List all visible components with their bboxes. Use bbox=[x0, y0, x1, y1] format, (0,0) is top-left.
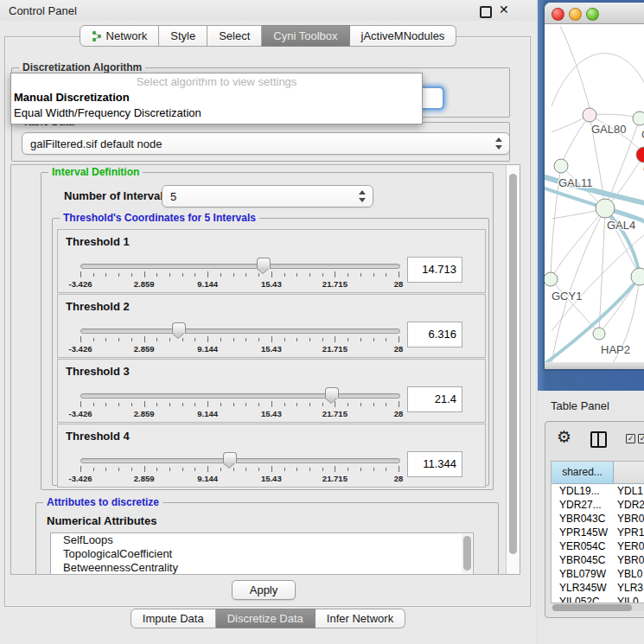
table-row[interactable]: YBR045CYBR0 bbox=[552, 553, 644, 567]
cell-shared-name[interactable]: YBR043C bbox=[552, 512, 613, 526]
split-columns-icon[interactable] bbox=[590, 431, 607, 448]
tab-discretize-data[interactable]: Discretize Data bbox=[216, 609, 316, 628]
option-manual-discretization[interactable]: Manual Discretization bbox=[14, 91, 130, 104]
interval-definition-group: Interval Definition Number of Intervals … bbox=[41, 172, 494, 490]
tab-style[interactable]: Style bbox=[159, 25, 207, 47]
threshold-value-field[interactable]: 14.713 bbox=[407, 257, 462, 283]
cell-shared-name[interactable]: YLR345W bbox=[552, 581, 613, 595]
list-scrollbar[interactable] bbox=[462, 534, 472, 573]
table-data-combobox[interactable]: galFiltered.sif default node bbox=[22, 132, 510, 155]
network-node-H[interactable] bbox=[631, 268, 644, 285]
table-row[interactable]: YER054CYER0 bbox=[552, 539, 644, 553]
table-row[interactable]: YDR27...YDR2 bbox=[552, 498, 644, 512]
cell-shared-name[interactable]: YBL079W bbox=[552, 567, 613, 581]
tab-impute-data[interactable]: Impute Data bbox=[131, 609, 216, 628]
table-row[interactable]: YLR345WYLR3 bbox=[552, 581, 644, 595]
attribute-list-item[interactable]: BetweennessCentrality bbox=[51, 561, 473, 575]
tab-cyni-toolbox[interactable]: Cyni Toolbox bbox=[262, 25, 349, 47]
network-graph: GAL80GACGAL11GAL4GCY1HHAP2 bbox=[545, 24, 644, 362]
threshold-label: Threshold 4 bbox=[66, 430, 130, 443]
number-of-intervals-combobox[interactable]: 5 bbox=[162, 185, 373, 207]
network-canvas[interactable]: GAL80GACGAL11GAL4GCY1HHAP2 bbox=[545, 24, 644, 362]
cell-shared-name[interactable]: YBR045C bbox=[552, 553, 613, 567]
network-node-C[interactable] bbox=[636, 147, 644, 163]
tab-jactivemnodules[interactable]: jActiveMNodules bbox=[350, 25, 457, 47]
attribute-list-item[interactable]: TopologicalCoefficient bbox=[51, 547, 473, 561]
close-icon[interactable]: ✕ bbox=[499, 3, 509, 16]
cell-name[interactable]: YLR3 bbox=[613, 581, 644, 595]
cell-shared-name[interactable]: YER054C bbox=[552, 539, 613, 553]
checkbox-icon[interactable]: ✓ bbox=[626, 434, 635, 443]
tab-select[interactable]: Select bbox=[207, 25, 262, 47]
node-table[interactable]: shared... na YDL19...YDL1YDR27...YDR2YBR… bbox=[551, 461, 644, 603]
float-window-icon[interactable] bbox=[480, 6, 492, 18]
tick-label: 28 bbox=[394, 474, 404, 483]
column-header-shared-name[interactable]: shared... bbox=[552, 462, 614, 483]
tick-label: 15.43 bbox=[261, 474, 282, 483]
table-horizontal-scrollbar[interactable] bbox=[552, 603, 644, 611]
cell-name[interactable]: YPR1 bbox=[613, 526, 644, 539]
network-node-GCY1[interactable] bbox=[545, 272, 558, 286]
network-node-GAL11[interactable] bbox=[554, 159, 568, 173]
tab-infer-network[interactable]: Infer Network bbox=[316, 609, 405, 628]
threshold-slider[interactable]: -3.4262.8599.14415.4321.71528 bbox=[80, 258, 399, 289]
table-row[interactable]: YIL052CYIL0 bbox=[552, 595, 644, 603]
network-node-GAL80[interactable] bbox=[583, 108, 596, 122]
table-hscroll-thumb[interactable] bbox=[552, 604, 632, 611]
option-equal-width-frequency[interactable]: Equal Width/Frequency Discretization bbox=[14, 106, 201, 119]
slider-thumb[interactable] bbox=[325, 387, 339, 399]
cell-name[interactable]: YBR0 bbox=[613, 553, 644, 567]
slider-thumb[interactable] bbox=[172, 322, 186, 334]
minimize-traffic-light[interactable] bbox=[569, 8, 582, 21]
tick-label: 15.43 bbox=[261, 344, 282, 354]
zoom-traffic-light[interactable] bbox=[586, 8, 599, 21]
cell-name[interactable]: YIL0 bbox=[613, 595, 644, 603]
cyni-bottom-tabbar: Impute Data Discretize Data Infer Networ… bbox=[0, 609, 536, 628]
numerical-attributes-list[interactable]: SelfLoopsTopologicalCoefficientBetweenne… bbox=[50, 532, 474, 575]
attribute-list-item[interactable]: SelfLoops bbox=[51, 533, 473, 547]
network-node-HAP2[interactable] bbox=[593, 328, 605, 340]
network-window-titlebar[interactable] bbox=[545, 3, 644, 24]
cell-name[interactable]: YBR0 bbox=[613, 512, 644, 526]
tab-network[interactable]: Network bbox=[80, 25, 160, 47]
attributes-group: Attributes to discretize Numerical Attri… bbox=[35, 502, 499, 575]
settings-scroll-viewport: Interval Definition Number of Intervals … bbox=[10, 164, 520, 575]
cell-shared-name[interactable]: YPR145W bbox=[552, 526, 613, 539]
threshold-3-panel: Threshold 3-3.4262.8599.14415.4321.71528… bbox=[57, 359, 486, 423]
slider-thumb[interactable] bbox=[223, 452, 237, 463]
threshold-1-panel: Threshold 1-3.4262.8599.14415.4321.71528… bbox=[57, 229, 486, 293]
network-node-GAL4[interactable] bbox=[596, 199, 615, 218]
tick-label: 28 bbox=[394, 344, 404, 354]
number-of-intervals-value: 5 bbox=[170, 190, 176, 203]
viewport-scrollbar[interactable] bbox=[506, 165, 520, 574]
viewport-scrollbar-thumb[interactable] bbox=[509, 174, 517, 554]
tick-label: 28 bbox=[394, 409, 404, 418]
network-node-GA[interactable] bbox=[633, 112, 644, 125]
node-label-GAL80: GAL80 bbox=[591, 123, 626, 136]
cell-name[interactable]: YDL1 bbox=[613, 484, 644, 498]
gear-icon[interactable]: ⚙ bbox=[557, 429, 571, 445]
column-header-name[interactable]: na bbox=[614, 462, 644, 483]
table-row[interactable]: YBL079WYBL0 bbox=[552, 567, 644, 581]
cell-name[interactable]: YBL0 bbox=[613, 567, 644, 581]
table-row[interactable]: YDL19...YDL1 bbox=[552, 484, 644, 498]
threshold-value-field[interactable]: 11.344 bbox=[407, 451, 462, 477]
cell-name[interactable]: YER0 bbox=[613, 539, 644, 553]
checkbox-icon[interactable]: ✓ bbox=[638, 434, 644, 443]
cell-name[interactable]: YDR2 bbox=[613, 498, 644, 512]
close-traffic-light[interactable] bbox=[552, 8, 564, 21]
threshold-slider[interactable]: -3.4262.8599.14415.4321.71528 bbox=[80, 322, 399, 354]
slider-thumb[interactable] bbox=[257, 258, 271, 269]
table-row[interactable]: YPR145WYPR1 bbox=[552, 526, 644, 539]
tick-label: -3.426 bbox=[69, 279, 92, 289]
threshold-slider[interactable]: -3.4262.8599.14415.4321.71528 bbox=[80, 452, 399, 483]
table-row[interactable]: YBR043CYBR0 bbox=[552, 512, 644, 526]
thresholds-group: Threshold's Coordinates for 5 Intervals … bbox=[52, 218, 489, 486]
threshold-value-field[interactable]: 21.4 bbox=[407, 386, 462, 412]
cell-shared-name[interactable]: YIL052C bbox=[552, 595, 613, 603]
threshold-slider[interactable]: -3.4262.8599.14415.4321.71528 bbox=[80, 387, 399, 418]
apply-button[interactable]: Apply bbox=[232, 580, 296, 600]
threshold-value-field[interactable]: 6.316 bbox=[407, 322, 462, 348]
cell-shared-name[interactable]: YDL19... bbox=[552, 484, 613, 498]
cell-shared-name[interactable]: YDR27... bbox=[552, 498, 613, 512]
